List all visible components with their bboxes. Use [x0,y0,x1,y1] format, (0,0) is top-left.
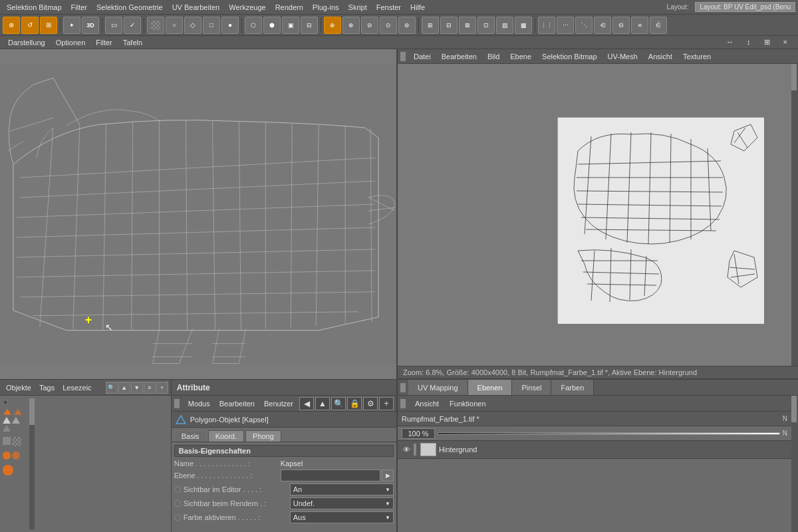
layers-vscroll-thumb[interactable] [791,396,797,422]
layer-eye-icon[interactable]: 👁 [402,445,411,454]
layers-vscroll[interactable] [791,396,798,532]
tool-c3[interactable]: ⊠ [459,17,476,34]
attr-menu-modus[interactable]: Modus [185,399,213,408]
tool-cube[interactable]: □ [203,17,220,34]
menu-lesezeichen[interactable]: Lesezeic [59,383,94,392]
tool-d1[interactable]: ⋮⋮ [538,17,555,34]
obj-add-icon[interactable]: + [156,382,168,394]
attr-dropdown-farbe[interactable]: Aus ▼ [290,511,394,523]
tool-3d[interactable]: 3D [82,17,99,34]
menu-optionen[interactable]: Optionen [51,38,91,47]
uv-menu-selektion[interactable]: Selektion Bitmap [537,52,602,61]
uv-tab-pinsel[interactable]: Pinsel [512,380,551,395]
attr-radio-sichtbar-editor[interactable] [174,486,181,493]
uv-viewport-vscroll[interactable] [791,64,798,366]
uv-menu-bearbeiten[interactable]: Bearbeiten [436,52,482,61]
layout-badge[interactable]: Layout: BP UV Edit_psd (Benu [695,2,795,12]
menu-werkzeuge[interactable]: Werkzeuge [225,2,269,13]
move-icon-h[interactable]: ↔ [721,37,739,47]
objects-scrollbar[interactable] [29,398,35,529]
attr-zoom-icon[interactable]: 🔍 [331,397,346,410]
menu-plugins[interactable]: Plug-ins [309,2,343,13]
tool-c4[interactable]: ⊡ [477,17,495,34]
tool-select[interactable]: ✦ [63,17,80,34]
tool-diamond[interactable]: ◇ [184,17,201,34]
tool-b5[interactable]: ⊚ [398,17,416,34]
layer-item-hintergrund[interactable]: 👁 Hintergrund [398,441,791,459]
attr-dropdown-sichtbar-rendern[interactable]: Undef. ▼ [290,497,394,509]
tool-d4[interactable]: ⋲ [594,17,611,34]
uv-menu-ansicht[interactable]: Ansicht [643,52,678,61]
attr-tab-koord[interactable]: Koord. [208,430,244,442]
objects-scroll-thumb[interactable] [29,398,35,425]
uv-menu-uvmesh[interactable]: UV-Mesh [602,52,643,61]
tool-d3[interactable]: ⋱ [575,17,593,34]
menu-fenster[interactable]: Fenster [372,2,405,13]
attr-input-ebene[interactable] [281,469,380,481]
tool-checker[interactable] [147,17,164,34]
attr-add-icon[interactable]: + [379,397,394,410]
menu-filter[interactable]: Filter [67,2,91,13]
tool-a4[interactable]: ⊟ [301,17,318,34]
attr-tab-phong[interactable]: Phong [245,430,281,442]
tool-a2[interactable]: ⬢ [263,17,281,34]
tool-c2[interactable]: ⊟ [440,17,458,34]
obj-down-icon[interactable]: ▼ [131,382,143,394]
uv-tab-ebenen[interactable]: Ebenen [468,380,513,395]
layers-menu-ansicht[interactable]: Ansicht [411,399,443,408]
tool-d6[interactable]: ⋴ [631,17,648,34]
tool-b1[interactable]: ⊕ [324,17,341,34]
move-icon-close[interactable]: × [778,37,793,47]
tool-move[interactable]: ⊕ [3,17,20,34]
attr-menu-benutzer[interactable]: Benutzer [261,399,297,408]
attr-menu-bearbeiten[interactable]: Bearbeiten [216,399,258,408]
attr-dropdown-sichtbar-editor[interactable]: An ▼ [290,483,394,495]
tool-d2[interactable]: ⋯ [557,17,574,34]
opacity-slider[interactable] [438,432,780,435]
attr-radio-farbe[interactable] [174,514,181,521]
tool-scale[interactable]: ⊞ [40,17,57,34]
uv-viewport-vscroll-thumb[interactable] [791,64,797,90]
tool-c5[interactable]: ▨ [496,17,513,34]
menu-darstellung[interactable]: Darstellung [3,38,51,47]
attr-tab-basis[interactable]: Basis [174,430,207,442]
tool-circle[interactable]: ○ [166,17,183,34]
obj-menu-icon[interactable]: ≡ [144,382,156,394]
attr-ebene-browse[interactable]: ▶ [382,469,394,481]
tool-d7[interactable]: ⋵ [650,17,667,34]
uv-tab-uvmapping[interactable]: UV Mapping [408,380,468,395]
attr-nav-up[interactable]: ▲ [315,397,330,410]
menu-tafeln[interactable]: Tafeln [118,38,148,47]
uv-menu-texturen[interactable]: Texturen [678,52,716,61]
attr-nav-back[interactable]: ◀ [299,397,314,410]
menu-selektion-geometrie[interactable]: Selektion Geometrie [92,2,167,13]
obj-up-icon[interactable]: ▲ [118,382,130,394]
attr-radio-sichtbar-rendern[interactable] [174,500,181,507]
tool-rotate[interactable]: ↺ [21,17,39,34]
layers-menu-funktionen[interactable]: Funktionen [446,399,489,408]
tool-c1[interactable]: ⊞ [422,17,439,34]
viewport-3d[interactable]: + ↖ [0,49,396,379]
tool-a3[interactable]: ▣ [282,17,299,34]
tool-b4[interactable]: ⊙ [380,17,397,34]
tool-sphere[interactable]: ● [221,17,239,34]
tool-b2[interactable]: ⊗ [342,17,360,34]
uv-menu-ebene[interactable]: Ebene [505,52,537,61]
tool-box[interactable]: ▭ [105,17,122,34]
obj-search-icon[interactable]: 🔍 [106,382,118,394]
menu-selektion-bitmap[interactable]: Selektion Bitmap [3,2,66,13]
tool-c6[interactable]: ▩ [515,17,532,34]
uv-viewport[interactable] [398,64,798,366]
menu-tags[interactable]: Tags [36,383,58,392]
opacity-value[interactable]: 100 % [402,428,435,439]
menu-rendern[interactable]: Rendern [271,2,307,13]
tool-check[interactable]: ✓ [124,17,141,34]
uv-menu-bild[interactable]: Bild [482,52,505,61]
layer-n-icon[interactable]: N [783,415,787,422]
tool-d5[interactable]: ⋳ [612,17,630,34]
menu-hilfe[interactable]: Hilfe [406,2,429,13]
menu-uv-bearbeiten[interactable]: UV Bearbeiten [168,2,224,13]
tool-a1[interactable]: ⬡ [245,17,262,34]
move-icon-v[interactable]: ↕ [741,37,756,47]
menu-filter[interactable]: Filter [90,38,117,47]
